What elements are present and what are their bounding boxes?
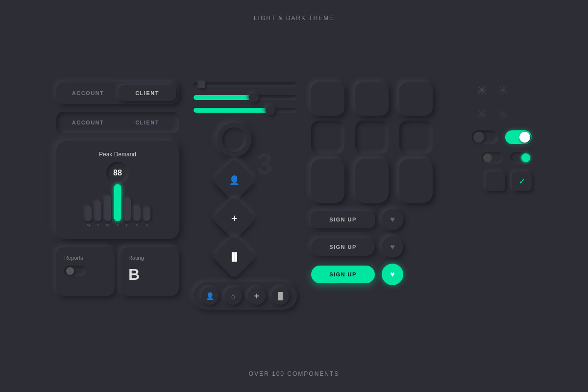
spinner-icon-3: ✳ xyxy=(476,106,488,122)
slider-3[interactable] xyxy=(194,108,296,113)
nav-home-icon: ⌂ xyxy=(231,292,235,300)
grid-btn-5[interactable] xyxy=(355,121,389,154)
knob-diamond-section: 👤 + ▐▌ xyxy=(217,122,251,272)
peak-demand-card: Peak Demand 88 M T W xyxy=(56,141,179,239)
signup-row-2: SIGN UP ♥ xyxy=(311,236,439,258)
sliders-container xyxy=(194,82,296,113)
small-toggle-teal[interactable] xyxy=(510,152,532,164)
heart-btn-2[interactable]: ♥ xyxy=(382,236,403,258)
slider-3-knob[interactable] xyxy=(266,105,275,115)
checkbox-row: ✓ xyxy=(453,172,532,191)
account-tab-2[interactable]: ACCOUNT xyxy=(59,115,117,130)
checkbox-unchecked[interactable] xyxy=(486,172,505,191)
signup-row-1: SIGN UP ♥ xyxy=(311,209,439,230)
nav-user-icon: 👤 xyxy=(206,292,214,300)
grid-btn-6[interactable] xyxy=(399,121,433,154)
nav-chart-btn[interactable]: ▐▌ xyxy=(271,287,289,305)
toggle-1-knob xyxy=(473,132,484,143)
grid-btn-9[interactable] xyxy=(399,159,433,203)
column-4: ✳ ✳ ✳ ✳ xyxy=(453,82,532,191)
page-title: LIGHT & DARK THEME xyxy=(254,15,334,22)
nav-user-btn[interactable]: 👤 xyxy=(201,287,219,305)
spinner-row-2: ✳ ✳ xyxy=(453,106,532,122)
nav-chart-icon: ▐▌ xyxy=(275,292,285,300)
heart-btn-3[interactable]: ♥ xyxy=(382,264,403,285)
bar-t1: T xyxy=(95,200,101,227)
nav-home-btn[interactable]: ⌂ xyxy=(224,287,242,305)
signup-row-3: SIGN UP ♥ xyxy=(311,264,439,285)
nav-plus-btn[interactable]: + xyxy=(248,287,266,305)
heart-icon-1: ♥ xyxy=(390,215,395,224)
reports-card: Reports xyxy=(56,247,115,296)
diamond-plus-btn[interactable]: + xyxy=(212,196,257,241)
spinner-icon-2: ✳ xyxy=(497,82,509,98)
grid-btn-7[interactable] xyxy=(311,159,344,203)
decorative-number: 3 xyxy=(256,147,272,181)
signup-btn-2[interactable]: SIGN UP xyxy=(311,238,375,256)
reports-toggle[interactable] xyxy=(64,266,86,276)
knob-inner xyxy=(222,127,246,152)
toggle-1-off[interactable] xyxy=(472,130,498,144)
toggle-row-2 xyxy=(453,152,532,164)
diamond-chart-btn[interactable]: ▐▌ xyxy=(212,235,257,279)
user-diamond-icon: 👤 xyxy=(229,175,240,186)
bar-s2: S xyxy=(144,207,150,227)
knob-dial[interactable] xyxy=(217,122,251,157)
bar-f: F xyxy=(124,197,131,227)
heart-icon-2: ♥ xyxy=(390,243,395,251)
peak-value: 88 xyxy=(113,169,122,177)
grid-btn-2[interactable] xyxy=(355,82,389,116)
page-subtitle: OVER 100 COMPONENTS xyxy=(249,370,340,377)
checkmark-icon: ✓ xyxy=(518,176,526,187)
small-toggle-knob-on xyxy=(521,153,530,162)
rating-label: Rating xyxy=(128,255,171,261)
nav-plus-icon: + xyxy=(254,291,260,301)
chart-diamond-icon: ▐▌ xyxy=(229,252,240,261)
rating-value: B xyxy=(128,266,171,284)
grid-btn-4[interactable] xyxy=(311,121,344,154)
peak-demand-title: Peak Demand xyxy=(66,151,169,158)
bar-chart: M T W T F xyxy=(66,188,169,227)
slider-2[interactable] xyxy=(194,95,296,100)
column-3: SIGN UP ♥ SIGN UP ♥ SIGN UP ♥ xyxy=(311,82,439,285)
rating-card: Rating B xyxy=(121,247,179,296)
client-tab-1[interactable]: CLIENT xyxy=(119,85,176,101)
toggle-row-1 xyxy=(453,130,532,144)
bar-m: M xyxy=(85,206,92,227)
bottom-cards-row: Reports Rating B xyxy=(56,247,179,296)
reports-toggle-knob xyxy=(66,267,74,275)
spinner-row-1: ✳ ✳ xyxy=(453,82,532,98)
toggle-1-on[interactable] xyxy=(505,130,532,144)
small-toggle-knob-off xyxy=(483,153,492,162)
grid-btn-1[interactable] xyxy=(311,82,344,116)
bottom-nav-bar: 👤 ⌂ + ▐▌ xyxy=(193,282,297,310)
grid-btn-3[interactable] xyxy=(399,82,433,116)
spinner-icon-4: ✳ xyxy=(497,106,509,122)
heart-btn-1[interactable]: ♥ xyxy=(382,209,403,230)
slider-2-knob[interactable] xyxy=(249,93,259,102)
slider-1[interactable] xyxy=(194,82,296,87)
client-tab-2[interactable]: CLIENT xyxy=(119,115,176,130)
toggle-2-knob xyxy=(519,132,530,143)
bar-s1: S xyxy=(134,205,141,227)
diamond-user-btn[interactable]: 👤 xyxy=(212,158,257,203)
signup-btn-3[interactable]: SIGN UP xyxy=(311,266,375,283)
tab-group-1: ACCOUNT CLIENT xyxy=(56,82,179,104)
signup-btn-1[interactable]: SIGN UP xyxy=(311,211,375,228)
plus-diamond-icon: + xyxy=(231,212,238,225)
reports-label: Reports xyxy=(64,255,107,261)
checkbox-checked[interactable]: ✓ xyxy=(512,172,532,191)
grid-btn-8[interactable] xyxy=(355,159,389,203)
bar-t2-active: T xyxy=(114,184,121,227)
spinner-icon-1: ✳ xyxy=(476,82,488,98)
small-toggle-off[interactable] xyxy=(482,152,503,164)
column-2: 👤 + ▐▌ 3 👤 ⌂ xyxy=(194,82,296,310)
button-grid xyxy=(311,82,439,203)
column-1: ACCOUNT CLIENT ACCOUNT CLIENT Peak Deman… xyxy=(56,82,179,296)
heart-icon-3: ♥ xyxy=(390,270,395,279)
account-tab-1[interactable]: ACCOUNT xyxy=(59,85,117,101)
bar-w: W xyxy=(104,196,111,227)
tab-group-2: ACCOUNT CLIENT xyxy=(56,112,179,133)
